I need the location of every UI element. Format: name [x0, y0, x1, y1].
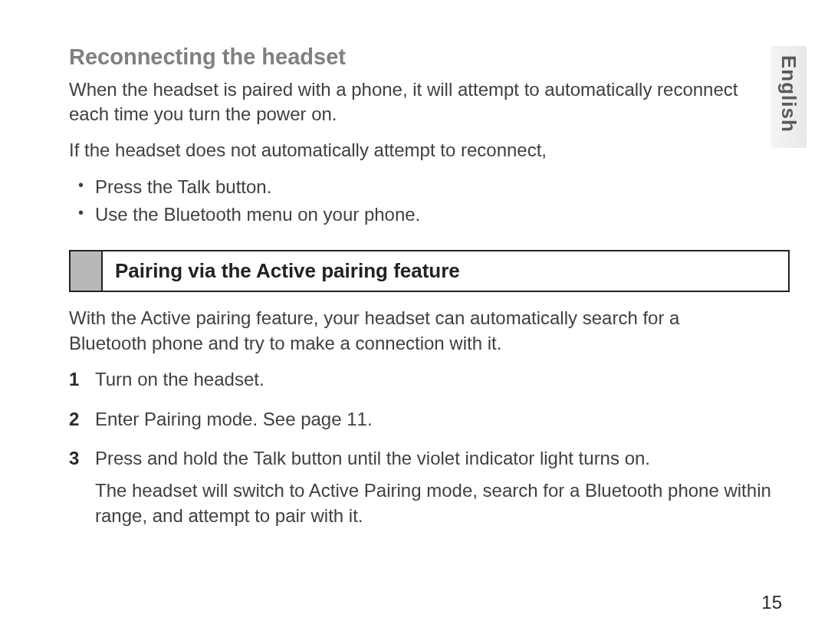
bullet-item: Press the Talk button.	[69, 173, 790, 201]
step-item: Turn on the headset.	[69, 366, 790, 393]
step-main: Enter Pairing mode. See page 11.	[95, 409, 373, 429]
active-pairing-heading: Pairing via the Active pairing feature	[103, 251, 788, 291]
step-main: Press and hold the Talk button until the…	[95, 448, 650, 468]
active-pairing-heading-box: Pairing via the Active pairing feature	[69, 250, 790, 292]
language-tab: English	[770, 46, 807, 148]
active-pairing-steps: Turn on the headset. Enter Pairing mode.…	[69, 366, 790, 529]
reconnecting-bullets: Press the Talk button. Use the Bluetooth…	[69, 173, 790, 228]
step-item: Enter Pairing mode. See page 11.	[69, 406, 790, 432]
reconnecting-heading: Reconnecting the headset	[69, 44, 790, 70]
page-number: 15	[761, 592, 782, 613]
reconnecting-para2: If the headset does not automatically at…	[69, 138, 744, 163]
bullet-item: Use the Bluetooth menu on your phone.	[69, 201, 790, 228]
heading-decor-block	[71, 251, 103, 291]
step-item: Press and hold the Talk button until the…	[69, 445, 790, 529]
reconnecting-para1: When the headset is paired with a phone,…	[69, 77, 744, 127]
active-pairing-para1: With the Active pairing feature, your he…	[69, 306, 744, 356]
step-sub: The headset will switch to Active Pairin…	[95, 478, 790, 529]
step-main: Turn on the headset.	[95, 369, 264, 389]
